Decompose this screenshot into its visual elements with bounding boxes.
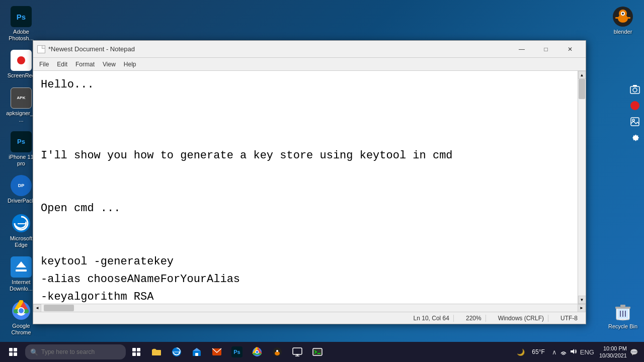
blender-label: blender xyxy=(614,29,632,35)
time-display: 10:00 PM xyxy=(603,345,627,352)
show-hidden-icons[interactable]: ∧ xyxy=(552,348,557,356)
desktop-icons-right: blender xyxy=(606,4,640,37)
photoshop-label: Adobe Photosh... xyxy=(6,29,36,42)
taskbar-store[interactable] xyxy=(187,342,206,361)
edge-label: MicrosoftEdge xyxy=(10,235,33,248)
notepad-text-area[interactable]: Hello... I'll show you how to generate a… xyxy=(33,71,578,304)
scroll-right-button[interactable]: ► xyxy=(578,304,586,312)
volume-icon[interactable] xyxy=(570,348,577,356)
svg-rect-34 xyxy=(195,353,198,356)
start-button[interactable] xyxy=(2,342,24,362)
start-icon xyxy=(9,348,17,356)
file-explorer-button[interactable] xyxy=(147,342,166,361)
svg-rect-21 xyxy=(615,307,630,309)
maximize-button[interactable]: □ xyxy=(534,42,557,57)
status-bar: Ln 10, Col 64 220% Windows (CRLF) UTF-8 xyxy=(33,312,586,324)
svg-rect-14 xyxy=(630,86,639,94)
right-action-icons xyxy=(626,80,644,147)
svg-rect-26 xyxy=(132,348,136,351)
menu-format[interactable]: Format xyxy=(71,60,99,69)
svg-point-15 xyxy=(633,88,637,92)
record-icon[interactable] xyxy=(628,99,642,113)
network-icon[interactable] xyxy=(560,348,567,356)
svg-rect-48 xyxy=(313,348,322,355)
vertical-scrollbar[interactable]: ▲ ▼ xyxy=(578,71,586,304)
svg-rect-13 xyxy=(615,17,630,19)
notepad-window: *Newest Document - Notepad — □ ✕ File Ed… xyxy=(33,40,586,324)
scroll-down-button[interactable]: ▼ xyxy=(578,296,586,304)
task-view-button[interactable] xyxy=(127,342,146,361)
close-button[interactable]: ✕ xyxy=(558,42,582,57)
svg-marker-2 xyxy=(16,261,26,267)
taskbar-chrome[interactable] xyxy=(248,342,267,361)
scrollbar-track xyxy=(578,79,586,296)
system-clock[interactable]: 10:00 PM 10/30/2021 xyxy=(599,345,627,359)
taskbar-display[interactable] xyxy=(288,342,307,361)
menu-view[interactable]: View xyxy=(99,60,120,69)
svg-rect-16 xyxy=(633,85,637,86)
status-encoding: UTF-8 xyxy=(556,315,582,322)
taskbar: 🔍 xyxy=(0,342,644,362)
scrollbar-thumb[interactable] xyxy=(579,79,585,99)
svg-point-7 xyxy=(19,308,24,313)
h-scrollbar-thumb[interactable] xyxy=(44,305,74,311)
system-tray: 🌙 65°F ∧ xyxy=(517,345,642,359)
svg-rect-44 xyxy=(293,348,302,354)
svg-point-12 xyxy=(622,13,624,15)
driverpack-label: DriverPack xyxy=(8,198,35,204)
horizontal-scrollbar[interactable]: ◄ ► xyxy=(33,304,586,312)
svg-rect-17 xyxy=(631,118,639,126)
scroll-left-button[interactable]: ◄ xyxy=(33,304,41,312)
window-titlebar: *Newest Document - Notepad — □ ✕ xyxy=(33,41,586,58)
image-icon[interactable] xyxy=(628,115,642,129)
svg-rect-27 xyxy=(137,348,140,351)
apksigner-label: apksigner_v... xyxy=(6,110,36,123)
window-title-text: *Newest Document - Notepad xyxy=(48,45,135,53)
svg-rect-28 xyxy=(132,352,136,356)
notepad-doc-icon xyxy=(37,45,45,53)
menu-file[interactable]: File xyxy=(35,60,53,69)
scroll-up-button[interactable]: ▲ xyxy=(578,71,586,79)
language-indicator[interactable]: ENG xyxy=(580,348,594,356)
weather-temp: 65°F xyxy=(532,348,544,355)
recycle-bin-label: Recycle Bin xyxy=(608,323,637,330)
chrome-label: GoogleChrome xyxy=(11,323,31,336)
h-scrollbar-track xyxy=(41,304,578,312)
notification-icon[interactable]: 💬 xyxy=(630,348,638,356)
status-ln-col: Ln 10, Col 64 xyxy=(410,315,454,322)
menu-edit[interactable]: Edit xyxy=(53,60,71,69)
desktop-icon-blender[interactable]: blender xyxy=(606,4,640,37)
svg-marker-33 xyxy=(193,348,201,351)
window-controls: — □ ✕ xyxy=(510,42,582,57)
idm-label: InternetDownlo... xyxy=(10,279,33,292)
svg-point-43 xyxy=(276,350,278,352)
minimize-button[interactable]: — xyxy=(510,42,533,57)
camera-icon[interactable] xyxy=(628,82,642,97)
svg-rect-1 xyxy=(16,269,27,272)
taskbar-mail[interactable] xyxy=(207,342,226,361)
psd-iphone-label: iPhone 11pro xyxy=(9,154,34,167)
window-title-left: *Newest Document - Notepad xyxy=(37,45,135,53)
menu-bar: File Edit Format View Help xyxy=(33,58,586,71)
settings-icon[interactable] xyxy=(628,131,642,145)
search-icon: 🔍 xyxy=(30,348,38,356)
svg-point-39 xyxy=(256,351,259,353)
svg-rect-22 xyxy=(620,305,625,307)
search-input[interactable] xyxy=(41,348,117,355)
taskbar-search[interactable]: 🔍 xyxy=(25,344,126,359)
taskbar-blender[interactable] xyxy=(268,342,287,361)
weather-widget[interactable]: 65°F xyxy=(528,348,548,355)
taskbar-edge[interactable] xyxy=(167,342,186,361)
menu-help[interactable]: Help xyxy=(120,60,140,69)
desktop-icon-recycle-bin[interactable]: Recycle Bin xyxy=(606,299,640,332)
taskbar-photoshop[interactable]: Ps xyxy=(227,342,247,361)
svg-marker-51 xyxy=(571,349,574,354)
desktop-icon-photoshop[interactable]: Ps Adobe Photosh... xyxy=(4,4,38,44)
status-line-ending: Windows (CRLF) xyxy=(494,315,548,322)
date-display: 10/30/2021 xyxy=(599,352,627,359)
content-area: Hello... I'll show you how to generate a… xyxy=(33,71,586,304)
svg-rect-29 xyxy=(137,352,140,356)
night-mode-icon[interactable]: 🌙 xyxy=(517,348,525,356)
taskbar-terminal[interactable] xyxy=(308,342,327,361)
screenrec-label: ScreenRec xyxy=(8,72,35,79)
